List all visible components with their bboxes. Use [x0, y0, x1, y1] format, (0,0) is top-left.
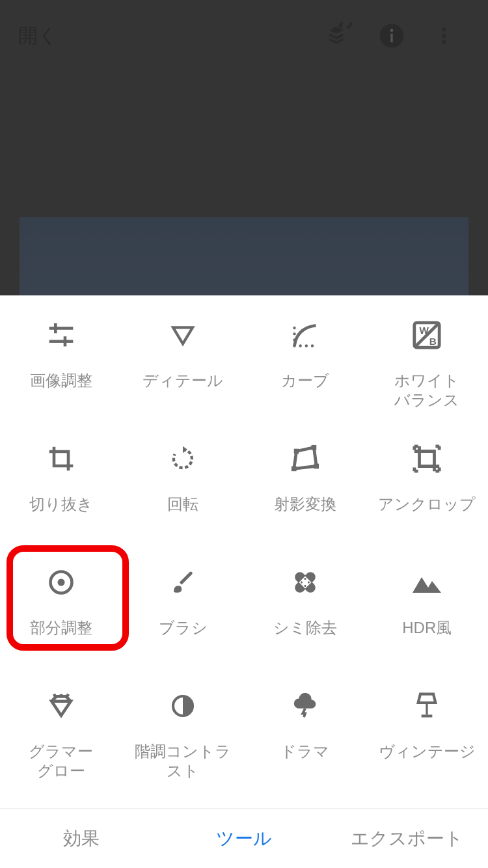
tool-row5d[interactable]	[366, 806, 489, 808]
tool-perspective[interactable]: 射影変換	[244, 435, 366, 558]
svg-point-10	[293, 344, 295, 347]
info-icon[interactable]	[366, 16, 418, 55]
tool-curves[interactable]: カーブ	[244, 311, 366, 435]
top-bar: 開く	[0, 0, 488, 72]
bottom-tabs: 効果 ツール エクスポート	[0, 808, 488, 868]
svg-rect-22	[314, 464, 319, 469]
svg-rect-6	[49, 327, 73, 330]
svg-point-15	[305, 344, 307, 347]
svg-point-14	[299, 344, 301, 347]
tool-glamour[interactable]: グラマー グロー	[0, 682, 122, 806]
uncrop-icon	[407, 442, 446, 475]
tab-export[interactable]: エクスポート	[325, 826, 488, 851]
rotate-icon	[163, 442, 202, 475]
tools-grid: 画像調整ディテール カーブ W Bホワイト バランス 切り抜き 回転 射影変換 …	[0, 295, 488, 808]
svg-point-4	[442, 34, 446, 38]
wb-icon: W B	[407, 319, 446, 351]
svg-point-13	[293, 327, 295, 329]
menu-more-icon[interactable]	[418, 16, 470, 55]
bandage-icon	[286, 566, 325, 599]
tool-label: グラマー グロー	[25, 742, 97, 781]
tool-row5c[interactable]	[244, 806, 366, 808]
tool-label: アンクロップ	[374, 495, 480, 514]
svg-rect-35	[422, 714, 433, 717]
tool-label: ヴィンテージ	[375, 742, 480, 761]
tool-label: HDR風	[398, 618, 455, 638]
tool-label: 画像調整	[26, 371, 96, 390]
tool-crop[interactable]: 切り抜き	[0, 435, 122, 558]
svg-rect-7	[54, 323, 57, 334]
tool-row5b[interactable]	[122, 806, 245, 808]
tool-label: ディテール	[139, 371, 227, 390]
crop-icon	[42, 442, 81, 475]
tool-hdr[interactable]: HDR風	[366, 558, 489, 682]
svg-point-11	[293, 338, 295, 341]
mountains-icon	[407, 566, 446, 599]
tool-label: ホワイト バランス	[390, 371, 463, 410]
tab-effects[interactable]: 効果	[0, 826, 163, 851]
curve-icon	[286, 319, 325, 351]
half-circle-icon	[163, 690, 202, 722]
svg-point-12	[293, 332, 295, 335]
cloud-bolt-icon	[286, 690, 325, 722]
tool-selective[interactable]: 部分調整	[0, 558, 122, 682]
tool-label: 階調コントラ スト	[131, 742, 235, 781]
tool-label: カーブ	[277, 371, 333, 390]
svg-point-25	[57, 579, 64, 586]
diamond-icon	[42, 690, 81, 722]
svg-text:W: W	[420, 325, 429, 336]
tool-label: 射影変換	[270, 495, 340, 514]
tool-healing[interactable]: シミ除去	[244, 558, 366, 682]
tool-label: 回転	[163, 495, 202, 514]
tool-label: 部分調整	[26, 618, 96, 638]
svg-rect-20	[294, 449, 299, 454]
target-icon	[42, 566, 81, 599]
tool-drama[interactable]: ドラマ	[244, 682, 366, 806]
svg-rect-23	[291, 467, 297, 472]
svg-point-16	[311, 344, 314, 347]
open-button[interactable]: 開く	[18, 23, 58, 49]
tool-vintage[interactable]: ヴィンテージ	[366, 682, 489, 806]
tune-icon	[42, 319, 81, 351]
svg-rect-8	[49, 340, 73, 343]
triangle-down-icon	[163, 319, 202, 351]
brush-icon	[163, 566, 202, 599]
tool-details[interactable]: ディテール	[122, 311, 245, 435]
svg-rect-34	[426, 703, 428, 714]
tool-label: ドラマ	[277, 742, 333, 761]
svg-rect-1	[390, 34, 392, 42]
tool-brush[interactable]: ブラシ	[122, 558, 245, 682]
tool-row5a[interactable]	[0, 806, 122, 808]
lamp-icon	[407, 690, 446, 722]
svg-point-3	[442, 28, 446, 32]
tab-tools[interactable]: ツール	[163, 826, 325, 851]
tool-tune[interactable]: 画像調整	[0, 311, 122, 435]
svg-rect-21	[311, 445, 316, 450]
tool-wb[interactable]: W Bホワイト バランス	[366, 311, 489, 435]
tools-panel: 画像調整ディテール カーブ W Bホワイト バランス 切り抜き 回転 射影変換 …	[0, 295, 488, 868]
svg-point-5	[442, 40, 446, 44]
tool-rotate[interactable]: 回転	[122, 435, 245, 558]
tool-label: ブラシ	[155, 618, 211, 638]
tool-tonal[interactable]: 階調コントラ スト	[122, 682, 245, 806]
undo-layers-icon[interactable]	[314, 16, 366, 55]
tool-expand[interactable]: アンクロップ	[366, 435, 489, 558]
svg-rect-9	[63, 336, 66, 347]
tool-label: シミ除去	[269, 618, 341, 638]
tool-label: 切り抜き	[25, 495, 97, 514]
svg-point-2	[390, 29, 394, 32]
svg-text:B: B	[429, 336, 437, 347]
perspective-icon	[286, 442, 325, 475]
